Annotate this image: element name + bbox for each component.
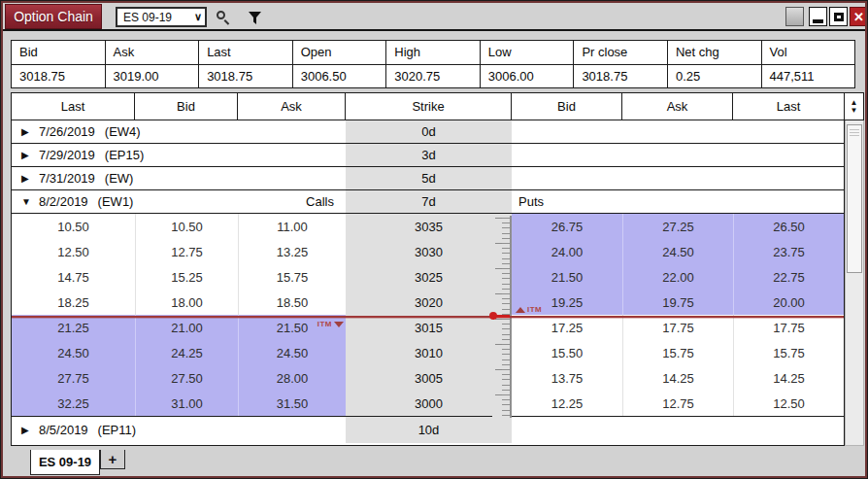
symbol-dropdown[interactable]: ES 09-19 ∨ xyxy=(116,7,207,27)
call-ask[interactable]: 18.50 xyxy=(238,290,346,315)
strike-row-3015[interactable]: 21.25 21.00 21.50 3015 17.25 17.75 17.75 xyxy=(12,315,844,340)
put-bid[interactable]: 15.50 xyxy=(512,340,622,365)
minimize-button[interactable] xyxy=(809,7,827,26)
call-bid[interactable]: 12.75 xyxy=(135,239,238,264)
chain-header-puts-ask[interactable]: Ask xyxy=(622,93,733,120)
put-bid[interactable]: 13.75 xyxy=(512,365,622,391)
call-last[interactable]: 21.25 xyxy=(12,315,135,340)
expiry-code: (EW4) xyxy=(105,124,141,139)
quote-bid: 3018.75 xyxy=(12,65,106,88)
quote-header-row: Bid Ask Last Open High Low Pr close Net … xyxy=(12,41,854,65)
chain-header-calls-last[interactable]: Last xyxy=(12,93,135,120)
put-last[interactable]: 22.75 xyxy=(733,264,844,290)
expiry-dte: 7d xyxy=(346,190,512,213)
call-ask[interactable]: 13.25 xyxy=(238,239,346,264)
search-button[interactable] xyxy=(213,7,234,28)
collapse-arrow-icon[interactable]: ▼ xyxy=(21,196,35,207)
puts-itm-marker: ITM xyxy=(516,305,542,314)
call-ask[interactable]: 15.75 xyxy=(238,264,346,290)
put-ask[interactable]: 12.75 xyxy=(622,391,733,416)
call-last[interactable]: 18.25 xyxy=(12,290,135,315)
put-ask[interactable]: 14.25 xyxy=(622,365,733,391)
call-last[interactable]: 27.75 xyxy=(12,365,135,391)
close-button[interactable]: ✕ xyxy=(850,7,867,26)
call-bid[interactable]: 31.00 xyxy=(135,391,238,416)
chain-header-calls-bid[interactable]: Bid xyxy=(135,93,238,120)
expiry-row-8-2-expanded[interactable]: ▼ 8/2/2019 (EW1) Calls 7d Puts xyxy=(12,190,844,214)
strike-row-3020[interactable]: 18.25 18.00 18.50 3020 19.25 19.75 20.00 xyxy=(12,290,844,315)
call-last[interactable]: 12.50 xyxy=(12,239,135,264)
put-ask[interactable]: 19.75 xyxy=(622,290,733,315)
expand-arrow-icon[interactable]: ▶ xyxy=(21,150,35,160)
put-last[interactable]: 15.75 xyxy=(733,340,844,365)
expiry-row-7-29[interactable]: ▶ 7/29/2019 (EP15) 3d xyxy=(12,144,844,167)
scrollbar-thumb[interactable] xyxy=(847,124,862,273)
triangle-down-icon xyxy=(334,322,344,327)
strike-row-3030[interactable]: 12.50 12.75 13.25 3030 24.00 24.50 23.75 xyxy=(12,239,844,264)
strike-row-3025[interactable]: 14.75 15.25 15.75 3025 21.50 22.00 22.75 xyxy=(12,264,844,290)
put-ask[interactable]: 27.25 xyxy=(622,214,733,239)
call-ask[interactable]: 28.00 xyxy=(238,365,346,391)
strike-row-3035[interactable]: 10.50 10.50 11.00 3035 26.75 27.25 26.50 xyxy=(12,214,844,239)
put-ask[interactable]: 24.50 xyxy=(622,239,733,264)
pin-button[interactable] xyxy=(785,7,804,26)
put-last[interactable]: 17.75 xyxy=(733,315,844,340)
put-last[interactable]: 20.00 xyxy=(733,290,844,315)
put-last[interactable]: 12.50 xyxy=(733,391,844,416)
call-bid[interactable]: 21.00 xyxy=(135,315,238,340)
put-ask[interactable]: 15.75 xyxy=(622,340,733,365)
tab-es-09-19[interactable]: ES 09-19 xyxy=(30,450,100,475)
quote-header-last: Last xyxy=(199,41,293,64)
strike-row-3005[interactable]: 27.75 27.50 28.00 3005 13.75 14.25 14.25 xyxy=(12,365,844,391)
put-ask[interactable]: 17.75 xyxy=(622,315,733,340)
put-bid[interactable]: 24.00 xyxy=(512,239,622,264)
scroll-down-icon[interactable]: ▼ xyxy=(851,107,858,115)
strike-row-3000[interactable]: 32.25 31.00 31.50 3000 12.25 12.75 12.50 xyxy=(12,391,844,416)
call-bid[interactable]: 24.25 xyxy=(135,340,238,365)
triangle-up-icon xyxy=(516,307,525,313)
put-bid[interactable]: 21.50 xyxy=(512,264,622,290)
call-last[interactable]: 24.50 xyxy=(12,340,135,365)
filter-button[interactable] xyxy=(244,7,265,28)
strike-row-3010[interactable]: 24.50 24.25 24.50 3010 15.50 15.75 15.75 xyxy=(12,340,844,365)
titlebar[interactable]: Option Chain ES 09-19 ∨ ✕ xyxy=(3,3,865,31)
minimize-icon xyxy=(813,19,823,23)
call-bid[interactable]: 27.50 xyxy=(135,365,238,391)
expiry-row-7-26[interactable]: ▶ 7/26/2019 (EW4) 0d xyxy=(12,120,844,144)
put-bid[interactable]: 12.25 xyxy=(512,391,622,416)
scrollbar-track[interactable] xyxy=(845,120,864,446)
strike-price: 3005 xyxy=(346,365,512,391)
put-last[interactable]: 26.50 xyxy=(733,214,844,239)
chain-header-puts-last[interactable]: Last xyxy=(733,93,844,120)
expand-arrow-icon[interactable]: ▶ xyxy=(21,126,35,137)
vertical-scrollbar[interactable]: ▲ ▼ xyxy=(845,92,864,446)
call-last[interactable]: 14.75 xyxy=(12,264,135,290)
scroll-spinner[interactable]: ▲ ▼ xyxy=(845,92,864,120)
call-ask[interactable]: 31.50 xyxy=(238,391,346,416)
put-bid[interactable]: 17.25 xyxy=(512,315,622,340)
chain-header-puts-bid[interactable]: Bid xyxy=(512,93,622,120)
call-last[interactable]: 32.25 xyxy=(12,391,135,416)
put-bid[interactable]: 26.75 xyxy=(512,214,622,239)
chevron-down-icon: ∨ xyxy=(194,11,202,23)
maximize-button[interactable] xyxy=(829,7,848,26)
add-tab-button[interactable]: + xyxy=(100,450,125,469)
call-bid[interactable]: 18.00 xyxy=(135,290,238,315)
put-last[interactable]: 23.75 xyxy=(733,239,844,264)
quote-header-vol: Vol xyxy=(762,41,855,64)
call-ask[interactable]: 11.00 xyxy=(238,214,346,239)
put-ask[interactable]: 22.00 xyxy=(622,264,733,290)
expand-arrow-icon[interactable]: ▶ xyxy=(21,425,35,435)
put-last[interactable]: 14.25 xyxy=(733,365,844,391)
expand-arrow-icon[interactable]: ▶ xyxy=(21,173,35,184)
option-chain-area: Last Bid Ask Strike Bid Ask Last ▶ 7/26/… xyxy=(11,92,864,446)
call-bid[interactable]: 10.50 xyxy=(135,214,238,239)
chain-header-calls-ask[interactable]: Ask xyxy=(238,93,346,120)
call-bid[interactable]: 15.25 xyxy=(135,264,238,290)
expiry-row-8-5[interactable]: ▶ 8/5/2019 (EP11) 10d xyxy=(12,416,844,443)
expiry-row-7-31[interactable]: ▶ 7/31/2019 (EW) 5d xyxy=(12,167,844,190)
call-last[interactable]: 10.50 xyxy=(12,214,135,239)
call-ask[interactable]: 24.50 xyxy=(238,340,346,365)
chain-header-strike[interactable]: Strike xyxy=(346,93,512,120)
window-body: Option Chain ES 09-19 ∨ ✕ Bid Ask Last O… xyxy=(1,1,867,478)
